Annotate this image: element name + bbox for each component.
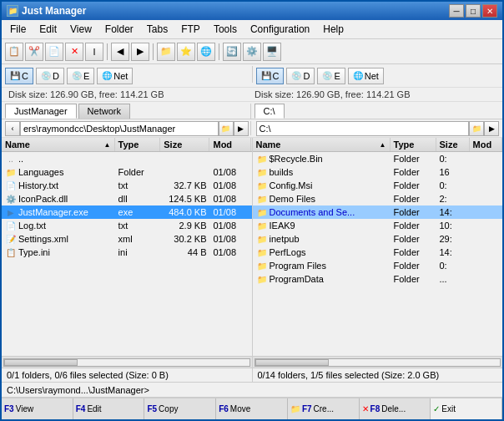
left-file-row[interactable]: 📁 Languages Folder 01/08	[2, 165, 252, 179]
left-tab-justmanager[interactable]: JustManager	[5, 104, 77, 119]
left-drive-c[interactable]: 💾 C	[5, 68, 33, 84]
left-col-name-header[interactable]: Name ▲	[2, 138, 115, 151]
menu-tabs[interactable]: Tabs	[142, 22, 173, 37]
left-col-type-header[interactable]: Type	[115, 138, 161, 151]
right-col-type-header[interactable]: Type	[391, 138, 436, 151]
right-status-bar: 0/14 folders, 1/5 files selected (Size: …	[253, 368, 503, 382]
menu-help[interactable]: Help	[318, 22, 349, 37]
title-bar-left: 📁 Just Manager	[7, 5, 86, 17]
left-file-type: ini	[115, 247, 161, 257]
fn5-button[interactable]: F5 Copy	[144, 398, 216, 419]
fn6-button[interactable]: F6 Move	[216, 398, 288, 419]
right-path-input[interactable]	[256, 121, 470, 136]
menu-edit[interactable]: Edit	[34, 22, 62, 37]
toolbar-refresh-btn[interactable]: 🔄	[223, 43, 241, 61]
left-file-row[interactable]: 📋 Type.ini ini 44 B 01/08	[2, 246, 252, 259]
left-file-type: dll	[115, 194, 161, 204]
right-file-row[interactable]: 📁 Demo Files Folder 2:	[253, 192, 503, 205]
left-file-list[interactable]: .. .. 📁 Languages Folder 01/08 📄 History…	[2, 152, 252, 356]
toolbar-paste-btn[interactable]: 📄	[45, 43, 63, 61]
toolbar-separator-2	[153, 43, 154, 60]
fn3-button[interactable]: F3 View	[2, 398, 73, 419]
toolbar-copy-btn[interactable]: 📋	[5, 43, 23, 61]
right-file-row[interactable]: 📁 Config.Msi Folder 0:	[253, 179, 503, 192]
left-path-folder-btn[interactable]: 📁	[219, 121, 234, 136]
left-drive-d[interactable]: 💿 D	[36, 68, 64, 84]
left-path-nav-left[interactable]: ‹	[5, 121, 20, 136]
right-col-size-header[interactable]: Size	[436, 138, 470, 151]
toolbar-star-btn[interactable]: ⭐	[177, 43, 195, 61]
fn4-button[interactable]: F4 Edit	[73, 398, 145, 419]
left-file-row[interactable]: 📄 History.txt txt 32.7 KB 01/08	[2, 179, 252, 192]
right-file-list[interactable]: 📁 $Recycle.Bin Folder 0: 📁 builds Folder…	[253, 152, 503, 356]
right-drive-d[interactable]: 💿 D	[286, 68, 315, 84]
right-file-name: 📁 Demo Files	[253, 193, 391, 205]
right-file-row[interactable]: 📁 ProgramData Folder ...	[253, 272, 503, 286]
menu-folder[interactable]: Folder	[100, 22, 139, 37]
drive-panel-separator	[252, 66, 253, 83]
menu-ftp[interactable]: FTP	[176, 22, 205, 37]
left-col-mod-header[interactable]: Mod	[209, 138, 251, 151]
left-file-size: 32.7 KB	[160, 180, 209, 190]
toolbar-rename-btn[interactable]: Ι	[85, 43, 103, 61]
right-file-row[interactable]: 📁 inetpub Folder 29:	[253, 232, 503, 246]
right-file-row[interactable]: 📁 IEAK9 Folder 10:	[253, 219, 503, 232]
left-file-row[interactable]: ⚙️ IconPack.dll dll 124.5 KB 01/08	[2, 192, 252, 205]
right-file-size: ...	[436, 274, 470, 284]
left-file-row[interactable]: 📝 Settings.xml xml 30.2 KB 01/08	[2, 232, 252, 246]
right-file-row[interactable]: 📁 $Recycle.Bin Folder 0:	[253, 152, 503, 165]
left-drive-e-label: E	[83, 71, 89, 81]
right-tab-c[interactable]: C:\	[255, 104, 285, 119]
right-path-nav-right[interactable]: ▶	[484, 121, 499, 136]
left-drive-net[interactable]: 🌐 Net	[97, 68, 133, 84]
folder-icon: 📁	[256, 260, 268, 271]
left-file-row[interactable]: 📄 Log.txt txt 2.9 KB 01/08	[2, 219, 252, 232]
right-file-row[interactable]: 📁 builds Folder 16	[253, 165, 503, 179]
left-file-size: 2.9 KB	[160, 221, 209, 231]
toolbar-cut-btn[interactable]: ✂️	[25, 43, 43, 61]
toolbar-folder-btn[interactable]: 📁	[157, 43, 175, 61]
toolbar-back-btn[interactable]: ◀	[111, 43, 129, 61]
left-file-row[interactable]: .. ..	[2, 152, 252, 165]
left-drive-d-label: D	[53, 71, 59, 81]
command-bar: C:\Users\raymond...\JustManager>	[2, 383, 502, 398]
toolbar-forward-btn[interactable]: ▶	[131, 43, 149, 61]
left-file-row[interactable]: ▶ JustManager.exe exe 484.0 KB 01/08	[2, 205, 252, 219]
left-drive-e[interactable]: 💿 E	[67, 68, 94, 84]
left-file-name: ⚙️ IconPack.dll	[2, 193, 115, 205]
fn8-button[interactable]: ✕ F8 Dele...	[360, 398, 431, 419]
toolbar-settings-btn[interactable]: ⚙️	[243, 43, 261, 61]
menu-tools[interactable]: Tools	[209, 22, 242, 37]
right-file-row[interactable]: 📁 Program Files Folder 0:	[253, 259, 503, 272]
toolbar-monitor-btn[interactable]: 🖥️	[263, 43, 281, 61]
minimize-button[interactable]: ─	[449, 4, 464, 18]
menu-view[interactable]: View	[65, 22, 97, 37]
toolbar-globe-btn[interactable]: 🌐	[197, 43, 215, 61]
exit-button[interactable]: ✓ Exit	[431, 398, 502, 419]
menu-configuration[interactable]: Configuration	[245, 22, 315, 37]
right-drive-net[interactable]: 🌐 Net	[348, 68, 384, 84]
right-path-folder-btn[interactable]: 📁	[469, 121, 484, 136]
left-path-nav-right[interactable]: ▶	[234, 121, 249, 136]
folder-icon: 📁	[256, 273, 268, 285]
left-col-size-header[interactable]: Size	[160, 138, 209, 151]
disk-info-bar: Disk size: 126.90 GB, free: 114.21 GB Di…	[2, 88, 502, 102]
menu-file[interactable]: File	[5, 22, 31, 37]
right-h-scrollbar[interactable]	[253, 356, 503, 368]
toolbar-separator-3	[219, 43, 219, 60]
fn7-button[interactable]: 📁 F7 Cre...	[288, 398, 360, 419]
left-path-input[interactable]	[20, 121, 219, 136]
left-tab-network[interactable]: Network	[78, 104, 130, 119]
right-drive-e[interactable]: 💿 E	[317, 68, 345, 84]
right-col-mod-header[interactable]: Mod	[470, 138, 503, 151]
right-file-row[interactable]: 📁 Documents and Se... Folder 14:	[253, 205, 503, 219]
toolbar-delete-btn[interactable]: ✕	[65, 43, 83, 61]
right-file-type: Folder	[391, 180, 436, 190]
maximize-button[interactable]: □	[466, 4, 481, 18]
right-col-name-header[interactable]: Name ▲	[253, 138, 391, 151]
right-file-row[interactable]: 📁 PerfLogs Folder 14:	[253, 246, 503, 259]
close-button[interactable]: ✕	[482, 4, 497, 18]
right-drive-c[interactable]: 💾 C	[256, 68, 285, 84]
left-h-scrollbar[interactable]	[2, 356, 252, 368]
left-file-type: txt	[115, 180, 161, 190]
